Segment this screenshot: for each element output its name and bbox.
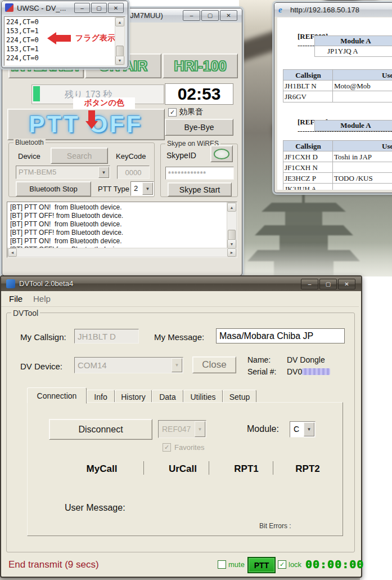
countdown-timer: 02:53 — [165, 83, 233, 105]
close-button[interactable]: ✕ — [220, 10, 237, 21]
bluetooth-group: Bluetooth Device Search KeyCode PTM-BEM5… — [8, 142, 155, 197]
my-message-label: My Message: — [154, 332, 204, 342]
browser-window-title: http://192.168.50.178 — [290, 6, 359, 14]
minimize-button[interactable]: – — [183, 10, 200, 21]
dvtool-app-icon — [6, 279, 15, 288]
bt-log-list[interactable]: [BT] PTT ON! from Bluetooth device. [BT]… — [7, 202, 237, 258]
scroll-right-icon[interactable]: ► — [227, 248, 236, 257]
scroll-down-icon[interactable]: ▼ — [115, 56, 124, 65]
favorites-label: Favorites — [174, 443, 204, 452]
my-message-field[interactable]: Masa/Mobara Chiba JP — [216, 328, 345, 343]
scroll-down-icon[interactable]: ▼ — [227, 239, 236, 248]
callsign-cell: JR6GV — [283, 91, 335, 102]
menu-bar: File Help — [1, 291, 359, 307]
scroll-up-icon[interactable]: ▲ — [115, 17, 124, 26]
browser-titlebar[interactable]: e http://192.168.50.178 — [274, 3, 392, 17]
disconnect-button[interactable]: Disconnect — [49, 419, 152, 440]
skype-start-button[interactable]: Skype Start — [168, 182, 232, 197]
scroll-up-icon[interactable]: ▲ — [227, 203, 236, 212]
flag-annotation: フラグ表示 — [75, 33, 115, 43]
scrollbar-thumb[interactable] — [116, 46, 124, 57]
callsign-header: Callsign — [283, 140, 334, 152]
callsign-cell: JE3HCZ P — [283, 172, 335, 184]
callsign-cell: JK3JUH A — [283, 183, 335, 190]
callsign-cell: JF1CXH N — [283, 162, 335, 173]
lock-label: lock — [289, 560, 301, 569]
device-close-button[interactable]: Close — [192, 356, 236, 373]
browser-content[interactable]: [REF008] -------------------------------… — [277, 17, 392, 190]
device-name-value: DV Dongle — [287, 355, 325, 364]
header-mycall: MyCall — [62, 463, 141, 475]
keycode-field[interactable]: 0000 — [117, 166, 150, 179]
uwsc-titlebar[interactable]: UWSC - DV_... – ▢ ✕ — [2, 1, 128, 15]
module-combo[interactable]: C ▼ — [290, 421, 316, 438]
maximize-button[interactable]: ▢ — [319, 279, 337, 289]
dv-device-combo[interactable]: COM14 ▼ — [74, 357, 183, 373]
my-callsign-field[interactable]: JH1BLT D — [74, 329, 139, 343]
vertical-scrollbar[interactable]: ▲ ▼ — [115, 17, 125, 65]
favorites-checkbox[interactable]: ✓ — [163, 443, 171, 452]
search-button[interactable]: Search — [51, 148, 108, 164]
ptt-type-combo[interactable]: 2 ▼ — [130, 181, 154, 196]
sound-effect-option[interactable]: ✓ 効果音 — [168, 107, 203, 117]
user-message-label: User Message: — [65, 503, 125, 513]
favorites-option[interactable]: ✓ Favorites — [163, 443, 204, 452]
user-cell — [332, 91, 392, 102]
device-label: Device — [18, 152, 40, 160]
bluetooth-stop-button[interactable]: Bluetooth Stop — [16, 181, 91, 197]
menu-file[interactable]: File — [9, 294, 22, 304]
session-clock: 00:00:00 — [305, 557, 364, 571]
device-name-label: Name: — [247, 355, 271, 364]
module-header-cell: Module A — [314, 120, 392, 131]
module-header-cell: Module A — [314, 35, 392, 47]
maximize-button[interactable]: ▢ — [201, 10, 219, 21]
mute-label: mute — [228, 560, 245, 569]
bt-log-line: [BT] PTT OFF! from Bluetooth device. — [10, 229, 123, 238]
desktop: by JM7MUU) – ▢ ✕ INTERNET ON AIR HRI-100… — [0, 0, 392, 580]
chevron-down-icon[interactable]: ▼ — [195, 421, 205, 437]
minimize-button[interactable]: – — [74, 3, 90, 13]
chevron-down-icon[interactable]: ▼ — [172, 358, 182, 372]
keycode-label: KeyCode — [116, 152, 146, 160]
tab-connection[interactable]: Connection — [27, 387, 87, 404]
mist — [239, 243, 392, 276]
sound-effect-checkbox[interactable]: ✓ — [168, 108, 177, 117]
skype-status-indicator — [210, 145, 233, 162]
reflector-combo[interactable]: REF047 ▼ — [158, 420, 206, 438]
dv-device-label: DV Device: — [20, 362, 62, 371]
chevron-down-icon[interactable]: ▼ — [98, 167, 109, 178]
mute-checkbox[interactable] — [218, 560, 226, 569]
bt-log-line: [BT] PTT ON! from Bluetooth device. — [10, 203, 122, 212]
bye-bye-button[interactable]: Bye-Bye — [165, 119, 233, 136]
scrollbar-thumb[interactable] — [228, 230, 236, 240]
uwsc-log-line: 224,CT=0 — [6, 17, 39, 26]
horizontal-scrollbar[interactable]: ◄ ► — [7, 248, 237, 257]
lock-checkbox[interactable]: ✓ — [278, 560, 286, 569]
hri-100-button[interactable]: HRI-100 — [163, 53, 238, 78]
dvtool-group-label: DVTool — [11, 309, 40, 318]
user-cell: Moto@Mob — [332, 80, 392, 92]
sound-effect-label: 効果音 — [179, 107, 203, 117]
header-divider — [273, 461, 273, 475]
bluetooth-device-combo[interactable]: PTM-BEM5 ▼ — [16, 166, 110, 179]
uwsc-window: UWSC - DV_... – ▢ ✕ 224,CT=0 153,CT=1 22… — [1, 1, 128, 68]
dvtool-titlebar[interactable]: DVTool 2.0beta4 – ▢ ✕ — [1, 276, 361, 291]
bluetooth-group-label: Bluetooth — [13, 139, 46, 146]
close-button[interactable]: ✕ — [108, 3, 124, 13]
transmit-status-text: End transmit (9 secs) — [8, 559, 99, 570]
scroll-left-icon[interactable]: ◄ — [8, 248, 17, 257]
skypeid-password-field[interactable]: ************ — [165, 167, 234, 180]
dvtool-group: DVTool My Callsign: JH1BLT D My Message:… — [6, 313, 355, 552]
minimize-button[interactable]: – — [301, 279, 318, 289]
ptt-button[interactable]: PTT — [247, 557, 276, 573]
maximize-button[interactable]: ▢ — [91, 3, 107, 13]
uwsc-log-list[interactable]: 224,CT=0 153,CT=1 224,CT=0 153,CT=1 224,… — [4, 16, 125, 66]
chevron-down-icon[interactable]: ▼ — [142, 182, 153, 195]
down-arrow-head — [85, 121, 98, 129]
vertical-scrollbar[interactable]: ▲ ▼ — [227, 202, 237, 249]
flag-arrow-icon — [56, 35, 71, 42]
bt-log-line: [BT] PTT OFF! from Bluetooth device. — [10, 212, 123, 221]
chevron-down-icon[interactable]: ▼ — [304, 422, 314, 436]
close-button[interactable]: ✕ — [338, 279, 355, 289]
menu-help[interactable]: Help — [33, 294, 51, 304]
